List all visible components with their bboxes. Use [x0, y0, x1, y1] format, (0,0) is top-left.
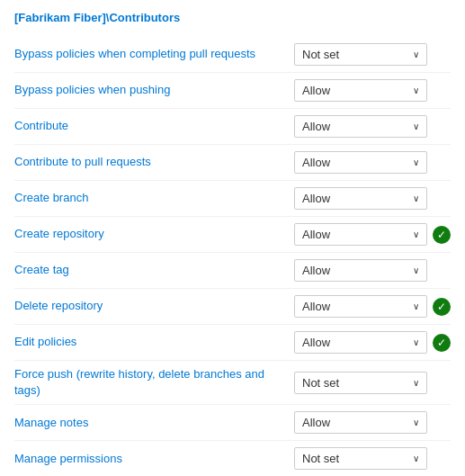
permission-label-bypass-policies-completing: Bypass policies when completing pull req…: [14, 46, 294, 62]
dropdown-manage-permissions[interactable]: Not set∨: [294, 447, 427, 470]
check-icon: ✓: [433, 226, 451, 244]
permission-label-force-push: Force push (rewrite history, delete bran…: [14, 366, 294, 399]
chevron-icon: ∨: [413, 85, 419, 95]
chevron-icon: ∨: [413, 337, 419, 347]
dropdown-value-bypass-policies-pushing: Allow: [302, 84, 330, 97]
permission-label-create-branch: Create branch: [14, 190, 294, 206]
check-placeholder: [433, 154, 451, 172]
chevron-icon: ∨: [413, 378, 419, 388]
dropdown-bypass-policies-completing[interactable]: Not set∨: [294, 43, 427, 66]
permission-label-contribute: Contribute: [14, 118, 294, 134]
permission-label-bypass-policies-pushing: Bypass policies when pushing: [14, 82, 294, 98]
dropdown-value-create-tag: Allow: [302, 264, 330, 277]
dropdown-create-branch[interactable]: Allow∨: [294, 187, 427, 210]
dropdown-value-bypass-policies-completing: Not set: [302, 48, 339, 61]
permission-label-contribute-pull-requests: Contribute to pull requests: [14, 154, 294, 170]
check-placeholder: [433, 414, 451, 432]
permission-row: Bypass policies when pushingAllow∨: [14, 73, 451, 109]
dropdown-value-create-repository: Allow: [302, 228, 330, 241]
chevron-icon: ∨: [413, 121, 419, 131]
permission-control-bypass-policies-pushing: Allow∨: [294, 79, 451, 102]
check-placeholder: [433, 190, 451, 208]
chevron-icon: ∨: [413, 454, 419, 463]
permission-control-delete-repository: Allow∨✓: [294, 295, 451, 318]
permission-control-contribute-pull-requests: Allow∨: [294, 151, 451, 174]
permission-label-create-repository: Create repository: [14, 226, 294, 242]
chevron-icon: ∨: [413, 193, 419, 203]
permission-label-create-tag: Create tag: [14, 262, 294, 278]
permission-row: Create branchAllow∨: [14, 181, 451, 217]
check-placeholder: [433, 118, 451, 136]
dropdown-value-force-push: Not set: [302, 376, 339, 390]
dropdown-manage-notes[interactable]: Allow∨: [294, 411, 427, 434]
dropdown-value-create-branch: Allow: [302, 192, 330, 205]
check-placeholder: [433, 46, 451, 64]
dropdown-delete-repository[interactable]: Allow∨: [294, 295, 427, 318]
dropdown-value-contribute-pull-requests: Allow: [302, 156, 330, 169]
check-placeholder: [433, 450, 451, 468]
permission-row: ContributeAllow∨: [14, 109, 451, 145]
permission-row: Manage permissionsNot set∨: [14, 441, 451, 476]
dropdown-bypass-policies-pushing[interactable]: Allow∨: [294, 79, 427, 102]
permission-row: Contribute to pull requestsAllow∨: [14, 145, 451, 181]
permission-row: Bypass policies when completing pull req…: [14, 37, 451, 73]
dropdown-create-tag[interactable]: Allow∨: [294, 259, 427, 282]
permission-label-edit-policies: Edit policies: [14, 334, 294, 350]
permission-row: Manage notesAllow∨: [14, 405, 451, 441]
dropdown-edit-policies[interactable]: Allow∨: [294, 331, 427, 354]
permission-control-force-push: Not set∨: [294, 372, 451, 394]
dropdown-value-edit-policies: Allow: [302, 336, 330, 349]
dropdown-create-repository[interactable]: Allow∨: [294, 223, 427, 246]
dropdown-value-delete-repository: Allow: [302, 300, 330, 313]
permission-label-manage-notes: Manage notes: [14, 415, 294, 431]
chevron-icon: ∨: [413, 229, 419, 239]
dropdown-contribute-pull-requests[interactable]: Allow∨: [294, 151, 427, 174]
check-placeholder: [433, 262, 451, 280]
permission-control-manage-permissions: Not set∨: [294, 447, 451, 470]
dropdown-value-contribute: Allow: [302, 120, 330, 133]
group-title: [Fabrikam Fiber]\Contributors: [14, 11, 451, 24]
permission-control-create-branch: Allow∨: [294, 187, 451, 210]
permission-row: Edit policiesAllow∨✓: [14, 325, 451, 361]
chevron-icon: ∨: [413, 49, 419, 59]
dropdown-contribute[interactable]: Allow∨: [294, 115, 427, 138]
permission-row: Create repositoryAllow∨✓: [14, 217, 451, 253]
chevron-icon: ∨: [413, 301, 419, 311]
permission-control-create-tag: Allow∨: [294, 259, 451, 282]
permission-row: Delete repositoryAllow∨✓: [14, 289, 451, 325]
permission-control-manage-notes: Allow∨: [294, 411, 451, 434]
dropdown-value-manage-permissions: Not set: [302, 452, 339, 465]
dropdown-force-push[interactable]: Not set∨: [294, 372, 427, 394]
permission-label-manage-permissions: Manage permissions: [14, 451, 294, 467]
check-icon: ✓: [433, 298, 451, 316]
chevron-icon: ∨: [413, 418, 419, 427]
permission-control-contribute: Allow∨: [294, 115, 451, 138]
permission-label-delete-repository: Delete repository: [14, 298, 294, 314]
permission-control-bypass-policies-completing: Not set∨: [294, 43, 451, 66]
permission-control-edit-policies: Allow∨✓: [294, 331, 451, 354]
dropdown-value-manage-notes: Allow: [302, 416, 330, 429]
permission-control-create-repository: Allow∨✓: [294, 223, 451, 246]
permission-row: Force push (rewrite history, delete bran…: [14, 361, 451, 405]
check-placeholder: [433, 373, 451, 391]
chevron-icon: ∨: [413, 157, 419, 167]
check-icon: ✓: [433, 334, 451, 352]
check-placeholder: [433, 82, 451, 100]
permission-row: Create tagAllow∨: [14, 253, 451, 289]
chevron-icon: ∨: [413, 265, 419, 275]
